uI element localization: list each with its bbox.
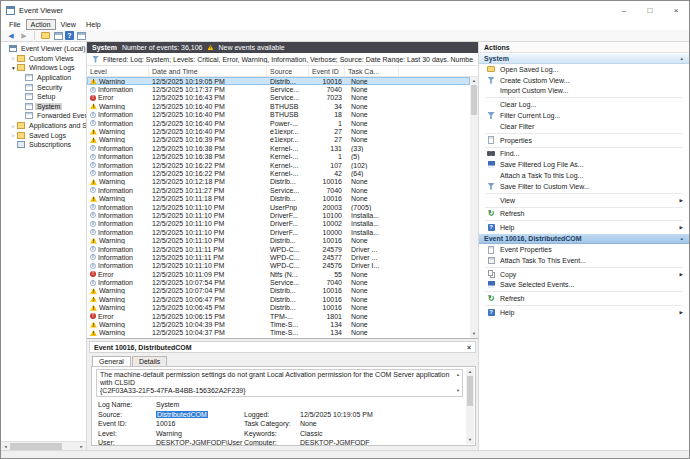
scrollbar-thumb[interactable] bbox=[10, 443, 62, 450]
menu-help[interactable]: Help bbox=[81, 19, 106, 30]
help-icon[interactable]: ? bbox=[65, 31, 74, 40]
event-row[interactable]: iInformation12/5/2025 10:16:22 PMKernel-… bbox=[87, 169, 470, 177]
event-row[interactable]: !Error12/5/2025 10:06:15 PMTPM-...1801No… bbox=[87, 312, 470, 320]
action-help[interactable]: ?Help▶ bbox=[479, 222, 689, 233]
back-icon[interactable]: ◀ bbox=[5, 30, 17, 41]
event-row[interactable]: !Warning12/5/2025 10:04:37 PMTime-S...13… bbox=[87, 329, 470, 337]
open-log-button[interactable] bbox=[39, 30, 51, 41]
tree-item-setup[interactable]: Setup bbox=[1, 92, 86, 102]
menu-view[interactable]: View bbox=[56, 19, 81, 30]
event-row[interactable]: !Error12/5/2025 10:11:09 PMNtfs (N...55N… bbox=[87, 270, 470, 278]
scroll-left-icon[interactable]: ◄ bbox=[1, 444, 10, 449]
tree-item-windows-logs[interactable]: ▾Windows Logs bbox=[1, 63, 86, 73]
menu-action[interactable]: Action bbox=[26, 19, 56, 30]
action-copy[interactable]: Copy▶ bbox=[479, 269, 689, 280]
event-row[interactable]: iInformation12/5/2025 10:11:10 PMUserPnp… bbox=[87, 203, 470, 211]
action-import-custom-view[interactable]: Import Custom View... bbox=[479, 86, 689, 97]
event-row[interactable]: !Warning12/5/2025 10:04:39 PMTime-S...13… bbox=[87, 320, 470, 328]
scroll-up-icon[interactable]: ▲ bbox=[468, 368, 472, 376]
action-view[interactable]: View▶ bbox=[479, 195, 689, 206]
action-save-filter-to-custom-view[interactable]: Save Filter to Custom View... bbox=[479, 181, 689, 192]
event-row[interactable]: !Warning12/5/2025 10:16:40 PMe1iexpr...2… bbox=[87, 127, 470, 135]
action-refresh[interactable]: ↻Refresh bbox=[479, 209, 689, 220]
event-row[interactable]: !Warning12/5/2025 10:07:04 PMDistrib...1… bbox=[87, 287, 470, 295]
show-hide-pane-button[interactable] bbox=[75, 30, 87, 41]
properties-button[interactable] bbox=[52, 30, 64, 41]
column-date-and-time[interactable]: Date and Time bbox=[149, 66, 267, 76]
close-preview-icon[interactable]: × bbox=[467, 344, 471, 351]
column-task-category[interactable]: Task Ca... bbox=[345, 66, 399, 76]
event-row[interactable]: iInformation12/5/2025 10:16:40 PMBTHUSB1… bbox=[87, 111, 470, 119]
event-row[interactable]: iInformation12/5/2025 10:11:10 PMDriverF… bbox=[87, 211, 470, 219]
forward-icon[interactable]: ▶ bbox=[18, 30, 30, 41]
menu-file[interactable]: File bbox=[4, 19, 26, 30]
action-clear-filter[interactable]: Clear Filter bbox=[479, 121, 689, 132]
scroll-up-icon[interactable]: ▲ bbox=[456, 371, 460, 379]
action-save-selected-events[interactable]: Save Selected Events... bbox=[479, 280, 689, 291]
tree-item-security[interactable]: Security bbox=[1, 82, 86, 92]
event-row[interactable]: !Warning12/5/2025 10:12:18 PMDistrib...1… bbox=[87, 178, 470, 186]
action-clear-log[interactable]: Clear Log... bbox=[479, 99, 689, 110]
event-row[interactable]: iInformation12/5/2025 10:11:11 PMWPD-C..… bbox=[87, 253, 470, 261]
event-row[interactable]: iInformation12/5/2025 10:16:38 PMKernel-… bbox=[87, 144, 470, 152]
tree-item-subscriptions[interactable]: Subscriptions bbox=[1, 140, 86, 150]
source-value[interactable]: DistributedCOM bbox=[156, 411, 208, 419]
action-event-properties[interactable]: Event Properties bbox=[479, 244, 689, 255]
event-row[interactable]: iInformation12/5/2025 10:11:10 PMDriverF… bbox=[87, 228, 470, 236]
event-row[interactable]: !Warning12/5/2025 10:19:05 PMDistrib...1… bbox=[87, 77, 470, 85]
event-row[interactable]: iInformation12/5/2025 10:16:38 PMKernel-… bbox=[87, 153, 470, 161]
action-properties[interactable]: Properties bbox=[479, 135, 689, 146]
action-attach-task-to-this-event[interactable]: Attach Task To This Event... bbox=[479, 255, 689, 266]
tree-item-custom-views[interactable]: ▹Custom Views bbox=[1, 54, 86, 64]
event-row[interactable]: iInformation12/5/2025 10:16:40 PMPower-.… bbox=[87, 119, 470, 127]
scroll-down-icon[interactable]: ▼ bbox=[468, 436, 472, 444]
event-row[interactable]: !Warning12/5/2025 10:11:10 PMDistrib...1… bbox=[87, 236, 470, 244]
tab-details[interactable]: Details bbox=[132, 356, 167, 367]
event-row[interactable]: iInformation12/5/2025 10:11:27 PMService… bbox=[87, 186, 470, 194]
action-find[interactable]: Find... bbox=[479, 149, 689, 160]
event-row[interactable]: !Warning12/5/2025 10:06:47 PMDistrib...1… bbox=[87, 295, 470, 303]
expander-collapsed-icon[interactable]: ▹ bbox=[10, 55, 17, 61]
maximize-button[interactable]: □ bbox=[637, 1, 663, 19]
scroll-down-icon[interactable]: ▼ bbox=[472, 330, 476, 338]
tree-item-forwarded-events[interactable]: Forwarded Events bbox=[1, 111, 86, 121]
scroll-up-icon[interactable]: ▲ bbox=[472, 77, 476, 85]
action-filter-current-log[interactable]: Filter Current Log... bbox=[479, 110, 689, 121]
action-save-filtered-log-file-as[interactable]: Save Filtered Log File As... bbox=[479, 159, 689, 170]
collapse-icon[interactable]: ▲ bbox=[680, 236, 684, 241]
tree-item-applications-and-services-lo[interactable]: ▹Applications and Services Lo bbox=[1, 121, 86, 131]
minimize-button[interactable]: – bbox=[611, 1, 637, 19]
column-source[interactable]: Source bbox=[267, 66, 309, 76]
action-refresh[interactable]: ↻Refresh bbox=[479, 293, 689, 304]
collapse-icon[interactable]: ▲ bbox=[680, 56, 684, 61]
action-help[interactable]: ?Help▶ bbox=[479, 307, 689, 318]
actions-section-header-event-10016-distributedcom[interactable]: Event 10016, DistributedCOM▲ bbox=[479, 233, 689, 244]
close-button[interactable]: × bbox=[663, 1, 689, 19]
scroll-down-icon[interactable]: ▼ bbox=[456, 387, 460, 395]
event-row[interactable]: iInformation12/5/2025 10:07:54 PMService… bbox=[87, 278, 470, 286]
tree-item-system[interactable]: System bbox=[1, 102, 86, 112]
event-row[interactable]: iInformation12/5/2025 10:11:11 PMWPD-C..… bbox=[87, 245, 470, 253]
expander-collapsed-icon[interactable]: ▹ bbox=[10, 123, 17, 129]
scroll-right-icon[interactable]: ► bbox=[77, 444, 86, 449]
scrollbar-thumb[interactable] bbox=[471, 85, 477, 115]
event-row[interactable]: !Warning12/5/2025 10:16:39 PMe1iexpr...2… bbox=[87, 136, 470, 144]
event-row[interactable]: !Error12/5/2025 10:16:43 PMService...702… bbox=[87, 94, 470, 102]
expander-expanded-icon[interactable]: ▾ bbox=[10, 65, 17, 71]
tree-horizontal-scrollbar[interactable]: ◄ ► bbox=[1, 441, 86, 450]
event-row[interactable]: !Warning12/5/2025 10:11:18 PMDistrib...1… bbox=[87, 194, 470, 202]
column-level[interactable]: Level bbox=[87, 66, 149, 76]
event-row[interactable]: !Warning12/5/2025 10:16:40 PMBTHUSB34Non… bbox=[87, 102, 470, 110]
preview-scrollbar[interactable]: ▲ ▼ bbox=[466, 368, 474, 444]
action-create-custom-view[interactable]: Create Custom View... bbox=[479, 75, 689, 86]
column-event-id[interactable]: Event ID bbox=[309, 66, 345, 76]
event-list-scrollbar[interactable]: ▲ ▼ bbox=[470, 77, 478, 338]
tree-item-saved-logs[interactable]: ▹Saved Logs bbox=[1, 130, 86, 140]
tree-item-application[interactable]: Application bbox=[1, 73, 86, 83]
scrollbar-thumb[interactable] bbox=[467, 376, 473, 406]
event-row[interactable]: !Warning12/5/2025 10:06:45 PMDistrib...1… bbox=[87, 304, 470, 312]
event-row[interactable]: iInformation12/5/2025 10:11:10 PMDriverF… bbox=[87, 220, 470, 228]
expander-collapsed-icon[interactable]: ▹ bbox=[10, 132, 17, 138]
tree-item-event-viewer-local[interactable]: Event Viewer (Local) bbox=[1, 44, 86, 54]
event-row[interactable]: iInformation12/5/2025 10:16:22 PMKernel-… bbox=[87, 161, 470, 169]
